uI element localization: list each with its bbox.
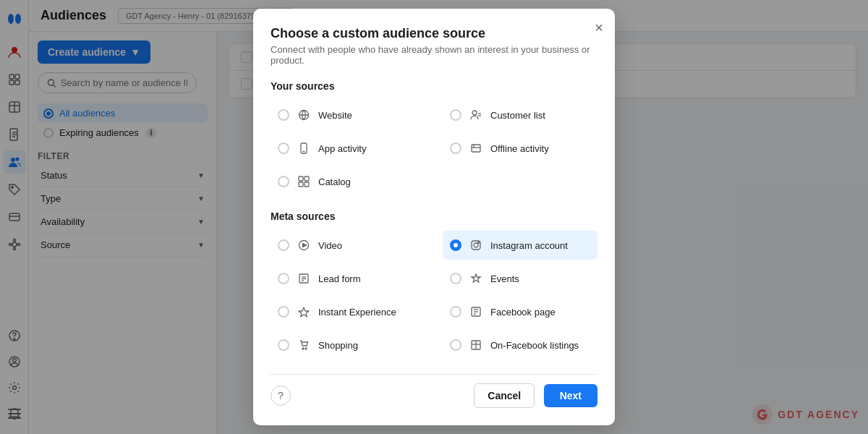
video-icon bbox=[295, 237, 312, 254]
customer-list-icon bbox=[467, 106, 485, 124]
events-radio bbox=[450, 273, 461, 284]
customer-list-radio bbox=[450, 109, 461, 121]
instagram-account-icon bbox=[467, 237, 485, 254]
website-icon bbox=[295, 106, 312, 124]
help-icon-label: ? bbox=[278, 390, 284, 401]
svg-rect-47 bbox=[299, 176, 303, 181]
svg-rect-49 bbox=[299, 182, 303, 187]
your-sources-grid: Website Customer list bbox=[271, 101, 597, 196]
on-facebook-listings-radio bbox=[450, 339, 461, 351]
app-activity-radio bbox=[278, 142, 289, 154]
catalog-icon bbox=[295, 173, 312, 190]
offline-activity-label: Offline activity bbox=[490, 143, 549, 154]
help-icon[interactable]: ? bbox=[271, 386, 291, 406]
offline-activity-icon bbox=[467, 140, 485, 157]
app-activity-label: App activity bbox=[318, 143, 366, 154]
website-label: Website bbox=[318, 110, 352, 121]
on-facebook-listings-icon bbox=[467, 336, 485, 354]
modal-title: Choose a custom audience source bbox=[271, 26, 597, 41]
instagram-account-radio bbox=[450, 239, 461, 251]
lead-form-icon bbox=[295, 270, 312, 287]
svg-point-54 bbox=[474, 243, 478, 247]
modal-subtitle: Connect with people who have already sho… bbox=[271, 44, 597, 66]
instant-experience-label: Instant Experience bbox=[318, 307, 396, 318]
events-label: Events bbox=[490, 273, 519, 284]
svg-rect-44 bbox=[472, 145, 480, 152]
option-events[interactable]: Events bbox=[443, 264, 597, 293]
svg-point-65 bbox=[302, 348, 304, 349]
meta-sources-grid: Video Instagram account bbox=[271, 231, 597, 359]
lead-form-radio bbox=[278, 273, 289, 284]
instagram-account-label: Instagram account bbox=[490, 240, 568, 251]
instant-experience-icon bbox=[295, 303, 312, 320]
option-shopping[interactable]: Shopping bbox=[271, 331, 425, 359]
option-instagram-account[interactable]: Instagram account bbox=[443, 231, 597, 260]
cancel-button[interactable]: Cancel bbox=[474, 383, 535, 408]
option-customer-list[interactable]: Customer list bbox=[443, 101, 597, 129]
lead-form-label: Lead form bbox=[318, 273, 361, 284]
customer-list-label: Customer list bbox=[490, 110, 545, 121]
modal-footer: ? Cancel Next bbox=[271, 374, 597, 408]
facebook-page-icon bbox=[467, 303, 485, 320]
svg-marker-60 bbox=[299, 307, 309, 317]
shopping-radio bbox=[278, 339, 289, 351]
custom-audience-modal: × Choose a custom audience source Connec… bbox=[253, 9, 615, 425]
shopping-label: Shopping bbox=[318, 340, 358, 351]
shopping-icon bbox=[295, 336, 312, 354]
option-instant-experience[interactable]: Instant Experience bbox=[271, 297, 425, 326]
svg-point-66 bbox=[305, 348, 307, 349]
website-radio bbox=[278, 109, 289, 121]
option-facebook-page[interactable]: Facebook page bbox=[443, 297, 597, 326]
option-catalog[interactable]: Catalog bbox=[271, 167, 425, 196]
next-button[interactable]: Next bbox=[544, 384, 597, 407]
events-icon bbox=[467, 270, 485, 287]
video-radio bbox=[278, 239, 289, 251]
modal-close-button[interactable]: × bbox=[595, 20, 603, 35]
catalog-radio bbox=[278, 176, 289, 187]
video-label: Video bbox=[318, 240, 342, 251]
option-on-facebook-listings[interactable]: On-Facebook listings bbox=[443, 331, 597, 359]
your-sources-label: Your sources bbox=[271, 80, 597, 92]
svg-point-39 bbox=[472, 111, 477, 115]
svg-rect-50 bbox=[305, 182, 309, 187]
offline-activity-radio bbox=[450, 142, 461, 154]
modal-overlay: × Choose a custom audience source Connec… bbox=[0, 0, 868, 434]
on-facebook-listings-label: On-Facebook listings bbox=[490, 340, 579, 351]
svg-point-55 bbox=[478, 242, 480, 244]
option-lead-form[interactable]: Lead form bbox=[271, 264, 425, 293]
catalog-label: Catalog bbox=[318, 176, 351, 187]
app-activity-icon bbox=[295, 140, 312, 157]
modal-footer-buttons: Cancel Next bbox=[474, 383, 597, 408]
instant-experience-radio bbox=[278, 306, 289, 318]
svg-rect-48 bbox=[305, 176, 309, 181]
facebook-page-label: Facebook page bbox=[490, 307, 556, 318]
svg-marker-52 bbox=[303, 244, 307, 247]
meta-sources-label: Meta sources bbox=[271, 210, 597, 222]
option-offline-activity[interactable]: Offline activity bbox=[443, 134, 597, 163]
option-video[interactable]: Video bbox=[271, 231, 425, 260]
facebook-page-radio bbox=[450, 306, 461, 318]
option-app-activity[interactable]: App activity bbox=[271, 134, 425, 163]
option-website[interactable]: Website bbox=[271, 101, 425, 129]
